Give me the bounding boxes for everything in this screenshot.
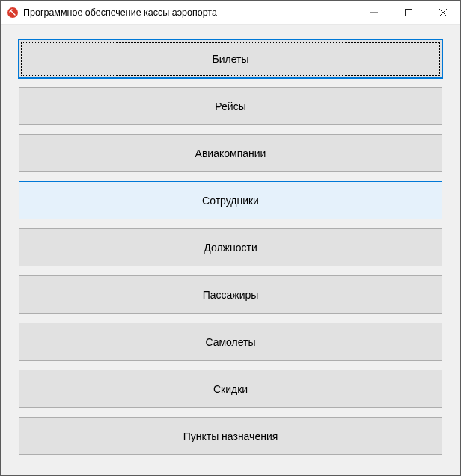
button-label: Пункты назначения: [183, 430, 278, 442]
svg-rect-2: [406, 9, 412, 16]
minimize-button[interactable]: [357, 1, 391, 24]
airlines-button[interactable]: Авиакомпании: [19, 134, 442, 172]
flights-button[interactable]: Рейсы: [19, 87, 442, 125]
employees-button[interactable]: Сотрудники: [19, 181, 442, 219]
tickets-button[interactable]: Билеты: [19, 40, 442, 78]
aircraft-button[interactable]: Самолеты: [19, 323, 442, 361]
app-window: Программное обеспечение кассы аэропорта …: [0, 0, 461, 476]
titlebar: Программное обеспечение кассы аэропорта: [1, 1, 460, 25]
button-label: Авиакомпании: [195, 147, 266, 159]
destinations-button[interactable]: Пункты назначения: [19, 417, 442, 455]
window-controls: [357, 1, 460, 24]
button-label: Билеты: [213, 53, 249, 65]
close-button[interactable]: [426, 1, 460, 24]
button-label: Сотрудники: [202, 195, 259, 207]
discounts-button[interactable]: Скидки: [19, 370, 442, 408]
maximize-button[interactable]: [391, 1, 426, 24]
button-label: Должности: [204, 242, 257, 254]
button-label: Скидки: [213, 383, 248, 395]
app-icon: [7, 7, 19, 19]
button-label: Пассажиры: [203, 289, 259, 301]
button-label: Самолеты: [205, 336, 255, 348]
main-menu: Билеты Рейсы Авиакомпании Сотрудники Дол…: [1, 25, 460, 475]
window-title: Программное обеспечение кассы аэропорта: [23, 7, 357, 18]
positions-button[interactable]: Должности: [19, 228, 442, 266]
button-label: Рейсы: [215, 100, 245, 112]
passengers-button[interactable]: Пассажиры: [19, 275, 442, 314]
